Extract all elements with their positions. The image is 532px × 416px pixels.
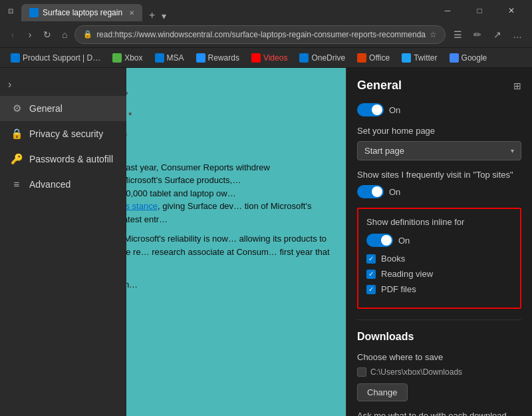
browser-frame: ⊡ Surface laptops regain ✕ + ▾ ─ □ ✕ ‹ ›… bbox=[0, 0, 532, 416]
bookmark-onedrive[interactable]: OneDrive bbox=[294, 52, 350, 64]
bookmark-office[interactable]: Office bbox=[352, 52, 395, 64]
hub-button[interactable]: ☰ bbox=[448, 25, 467, 44]
bookmark-xbox[interactable]: Xbox bbox=[107, 52, 148, 64]
toggle3-container: On bbox=[366, 234, 512, 247]
home-page-section: Set your home page Start page ▾ bbox=[357, 126, 521, 160]
tab-bar: Surface laptops regain ✕ + ▾ bbox=[21, 0, 427, 21]
toggle3[interactable] bbox=[366, 234, 393, 247]
tab-label: Surface laptops regain bbox=[43, 8, 122, 17]
bookmark-google[interactable]: Google bbox=[444, 52, 493, 64]
section-divider bbox=[357, 319, 521, 320]
bookmark-google-label: Google bbox=[462, 53, 487, 63]
toggle1[interactable] bbox=[357, 103, 384, 116]
definitions-label: Show definitions inline for bbox=[366, 217, 512, 227]
onedrive-favicon bbox=[299, 53, 309, 63]
check-icon3: ✓ bbox=[368, 286, 374, 293]
twitter-favicon bbox=[402, 53, 411, 63]
flyout-passwords-label: Passwords & autofill bbox=[29, 154, 113, 164]
bookmark-rewards-label: Rewards bbox=[208, 53, 239, 63]
flyout-item-privacy[interactable]: 🔒 Privacy & security bbox=[0, 121, 126, 146]
tab-close-btn[interactable]: ✕ bbox=[129, 9, 134, 17]
minimize-button[interactable]: ─ bbox=[432, 0, 463, 21]
maximize-button[interactable]: □ bbox=[464, 0, 495, 21]
checkbox-pdf-row: ✓ PDF files bbox=[366, 284, 512, 294]
each-download-label: Ask me what to do with each download bbox=[357, 411, 521, 416]
save-path-row: C:\Users\xbox\Downloads bbox=[357, 367, 521, 377]
toggle3-label: On bbox=[398, 236, 410, 246]
favorite-icon[interactable]: ☆ bbox=[430, 30, 437, 39]
toggle1-container: On bbox=[357, 103, 400, 116]
flyout-privacy-label: Privacy & security bbox=[29, 128, 103, 139]
home-button[interactable]: ⌂ bbox=[57, 25, 72, 44]
bookmark-twitter[interactable]: Twitter bbox=[396, 52, 442, 64]
save-path-checkbox[interactable] bbox=[357, 367, 366, 377]
title-bar: ⊡ Surface laptops regain ✕ + ▾ ─ □ ✕ bbox=[0, 0, 532, 21]
choose-save-label: Choose where to save bbox=[357, 352, 521, 362]
article-link1[interactable]: its stance bbox=[121, 201, 158, 211]
downloads-title: Downloads bbox=[357, 331, 521, 343]
office-favicon bbox=[357, 53, 366, 63]
tab-dropdown-btn[interactable]: ▾ bbox=[159, 11, 169, 21]
bookmark-office-label: Office bbox=[369, 53, 390, 63]
active-tab[interactable]: Surface laptops regain ✕ bbox=[21, 4, 142, 21]
home-page-label: Set your home page bbox=[357, 126, 521, 136]
close-button[interactable]: ✕ bbox=[496, 0, 527, 21]
top-sites-label: Show sites I frequently visit in "Top si… bbox=[357, 170, 521, 180]
downloads-section: Downloads Choose where to save C:\Users\… bbox=[357, 331, 521, 401]
flyout-arrow-btn[interactable]: › bbox=[0, 73, 126, 96]
new-tab-button[interactable]: + bbox=[145, 9, 159, 21]
home-page-dropdown[interactable]: Start page ▾ bbox=[357, 141, 521, 160]
bookmark-xbox-label: Xbox bbox=[124, 53, 142, 63]
share-button[interactable]: ↗ bbox=[488, 25, 507, 44]
settings-header: General ⊞ bbox=[357, 79, 521, 93]
rewards-favicon bbox=[196, 53, 205, 63]
checkbox-reading-row: ✓ Reading view bbox=[366, 269, 512, 279]
dropdown-arrow-icon: ▾ bbox=[511, 147, 514, 154]
toggle2[interactable] bbox=[357, 185, 384, 198]
address-text: read:https://www.windowscentral.com/surf… bbox=[96, 30, 426, 39]
flyout-item-advanced[interactable]: ≡ Advanced bbox=[0, 172, 126, 196]
tab-favicon bbox=[29, 8, 39, 17]
each-download-section: Ask me what to do with each download On bbox=[357, 411, 521, 416]
setting-row-toggle1: On bbox=[357, 103, 521, 116]
flyout-menu: › ⚙ General 🔒 Privacy & security 🔑 Passw… bbox=[0, 68, 126, 416]
bookmark-msa-label: MSA bbox=[167, 53, 184, 63]
privacy-icon: 🔒 bbox=[11, 128, 23, 140]
flyout-general-label: General bbox=[29, 103, 63, 114]
settings-pin-btn[interactable]: ⊞ bbox=[513, 81, 521, 91]
checkbox-pdf[interactable]: ✓ bbox=[366, 285, 376, 294]
save-path-text: C:\Users\xbox\Downloads bbox=[370, 367, 462, 377]
refresh-button[interactable]: ↻ bbox=[40, 25, 55, 44]
flyout-item-passwords[interactable]: 🔑 Passwords & autofill bbox=[0, 146, 126, 172]
more-button[interactable]: … bbox=[508, 25, 527, 44]
toggle1-label: On bbox=[389, 105, 400, 115]
bookmarks-bar: Product Support | D… Xbox MSA Rewards Vi… bbox=[0, 48, 532, 68]
back-alt-btn[interactable]: ⊡ bbox=[5, 5, 16, 16]
google-favicon bbox=[450, 53, 459, 63]
window-controls-right: ─ □ ✕ bbox=[432, 0, 527, 21]
back-button[interactable]: ‹ bbox=[5, 25, 20, 44]
notes-button[interactable]: ✏ bbox=[468, 25, 487, 44]
toggle2-label: On bbox=[389, 187, 400, 197]
forward-button[interactable]: › bbox=[23, 25, 37, 44]
checkbox-reading[interactable]: ✓ bbox=[366, 270, 376, 279]
change-button[interactable]: Change bbox=[357, 383, 408, 401]
bookmark-onedrive-label: OneDrive bbox=[311, 53, 345, 63]
top-sites-section: Show sites I frequently visit in "Top si… bbox=[357, 170, 521, 198]
msa-favicon bbox=[155, 53, 164, 63]
window-controls-left: ⊡ bbox=[5, 5, 16, 16]
bookmark-favicon bbox=[11, 53, 20, 63]
settings-panel: General ⊞ On Set your home page Start pa… bbox=[346, 68, 532, 416]
nav-bar: ‹ › ↻ ⌂ 🔒 read:https://www.windowscentra… bbox=[0, 21, 532, 48]
checkbox-books-row: ✓ Books bbox=[366, 254, 512, 264]
main-area: Surface lapt… Consumer R… recommend… www… bbox=[0, 68, 532, 416]
advanced-icon: ≡ bbox=[11, 178, 23, 190]
bookmark-rewards[interactable]: Rewards bbox=[191, 52, 245, 64]
checkbox-books[interactable]: ✓ bbox=[366, 254, 376, 264]
bookmark-msa[interactable]: MSA bbox=[150, 52, 190, 64]
bookmark-product-support[interactable]: Product Support | D… bbox=[5, 52, 106, 64]
flyout-item-general[interactable]: ⚙ General bbox=[0, 96, 126, 121]
definitions-section: Show definitions inline for On ✓ Books ✓ bbox=[357, 208, 521, 309]
bookmark-videos[interactable]: Videos bbox=[246, 52, 293, 64]
address-bar[interactable]: 🔒 read:https://www.windowscentral.com/su… bbox=[74, 25, 446, 44]
